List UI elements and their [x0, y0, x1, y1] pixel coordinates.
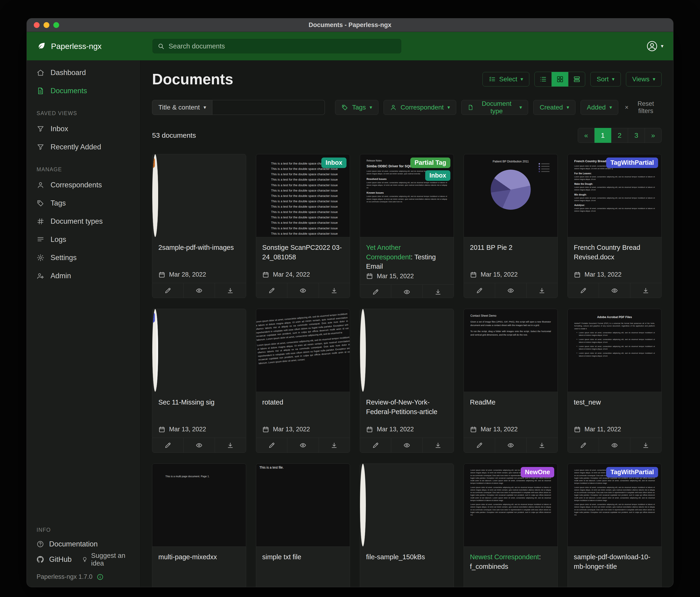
document-correspondent[interactable]: Newest Correspondent [470, 553, 539, 560]
edit-button[interactable] [256, 438, 287, 453]
edit-button[interactable] [464, 283, 495, 298]
search-box[interactable] [152, 39, 401, 53]
download-button[interactable] [215, 283, 246, 298]
document-thumbnail[interactable]: Contact Sheet DemoGiven a set of image f… [464, 309, 557, 392]
pagination-prev[interactable]: « [578, 128, 595, 143]
document-thumbnail[interactable]: Lorem ipsum dolor sit amet, consectetur … [152, 309, 158, 392]
tag-badge[interactable]: TagWithPartial [606, 158, 658, 168]
edit-button[interactable] [568, 438, 599, 453]
pagination-next[interactable]: » [645, 128, 661, 143]
preview-button[interactable] [599, 283, 630, 298]
sidebar-item-tags[interactable]: Tags [27, 194, 140, 212]
preview-button[interactable] [183, 438, 215, 453]
views-button[interactable]: Views ▾ [626, 72, 661, 87]
document-title[interactable]: sample-pdf-download-10-mb-longer-title [574, 552, 655, 571]
download-button[interactable] [526, 438, 557, 453]
document-title[interactable]: multi-page-mixedxx [158, 552, 240, 562]
document-thumbnail[interactable]: This is a test for the double space char… [256, 154, 350, 237]
sort-button[interactable]: Sort ▾ [590, 72, 621, 87]
download-button[interactable] [215, 438, 246, 453]
pagination-page-2[interactable]: 2 [611, 128, 628, 143]
document-title[interactable]: simple txt file [262, 552, 344, 562]
sidebar-item-documents[interactable]: Documents [27, 82, 140, 100]
download-button[interactable] [630, 283, 661, 298]
download-button[interactable] [319, 283, 350, 298]
view-details-button[interactable] [568, 72, 585, 87]
brand[interactable]: Paperless-ngx [36, 41, 146, 51]
document-title[interactable]: Sonstige ScanPC2022 03-24_081058 [262, 243, 344, 262]
sidebar-item-dashboard[interactable]: Dashboard [27, 64, 140, 82]
pagination-page-1[interactable]: 1 [595, 128, 611, 143]
document-thumbnail[interactable]: Patient BP Distribution 2011 [464, 154, 557, 237]
sidebar-item-inbox[interactable]: Inbox [27, 120, 140, 138]
edit-button[interactable] [152, 438, 183, 453]
minimize-button[interactable] [44, 22, 49, 28]
user-menu[interactable]: ▾ [646, 40, 664, 52]
sidebar-item-document-types[interactable]: Document types [27, 212, 140, 231]
tag-badge[interactable]: Inbox [321, 158, 347, 168]
download-button[interactable] [422, 285, 454, 298]
document-thumbnail[interactable]: Lorem ipsum dolor sit amet, consectetur … [464, 464, 557, 547]
select-button[interactable]: Select ▾ [482, 72, 529, 87]
preview-button[interactable] [183, 283, 215, 298]
document-title[interactable]: Review-of-New-York-Federal-Petitions-art… [366, 398, 448, 416]
document-title[interactable]: 2011 BP Pie 2 [470, 243, 551, 253]
preview-button[interactable] [391, 438, 422, 453]
download-button[interactable] [319, 438, 350, 453]
preview-button[interactable] [495, 438, 526, 453]
sidebar-item-github[interactable]: GitHub [36, 552, 72, 567]
document-title[interactable]: 2sample-pdf-with-images [158, 243, 240, 253]
edit-button[interactable] [464, 438, 495, 453]
suggest-idea-link[interactable]: Suggest an idea [82, 552, 133, 567]
preview-button[interactable] [495, 283, 526, 298]
document-thumbnail[interactable]: Lorem ipsum dolor sit amet, consectetur … [568, 464, 661, 547]
document-title[interactable]: French Country Bread Revised.docx [574, 243, 655, 262]
document-title[interactable]: Yet Another Correspondent: Testing Email [366, 243, 448, 271]
sidebar-item-settings[interactable]: Settings [27, 248, 140, 267]
document-thumbnail[interactable]: Lorem ipsumLorem ipsum dolor sit amet, c… [360, 464, 366, 547]
correspondent-filter-button[interactable]: Correspondent ▾ [383, 100, 456, 115]
added-filter-button[interactable]: Added ▾ [580, 100, 618, 115]
document-thumbnail[interactable]: This is a test file. [256, 464, 350, 547]
created-filter-button[interactable]: Created ▾ [533, 100, 575, 115]
document-thumbnail[interactable]: Release NotesSimba ODBC Driver for SQL S… [360, 154, 454, 237]
download-button[interactable] [630, 438, 661, 453]
edit-button[interactable] [568, 283, 599, 298]
document-title[interactable]: rotated [262, 398, 344, 407]
download-button[interactable] [422, 438, 454, 453]
view-grid-button[interactable] [551, 72, 568, 87]
close-button[interactable] [34, 22, 40, 28]
document-title[interactable]: file-sample_150kBs [366, 552, 448, 562]
document-thumbnail[interactable]: Lorem ipsum dolor sit amet, consectetur … [152, 154, 158, 237]
document-title[interactable]: test_new [574, 398, 655, 407]
tags-filter-button[interactable]: Tags ▾ [335, 100, 378, 115]
document-type-filter-button[interactable]: Document type ▾ [461, 100, 528, 115]
preview-button[interactable] [599, 438, 630, 453]
tag-badge[interactable]: Another Sample Tag [152, 158, 155, 168]
edit-button[interactable] [360, 438, 391, 453]
tag-badge[interactable]: TagWithPartial [606, 467, 658, 477]
document-thumbnail[interactable]: This is a multi page document. Page 1. [152, 464, 246, 547]
sidebar-item-admin[interactable]: Admin [27, 267, 140, 285]
edit-button[interactable] [152, 283, 183, 298]
tag-badge[interactable]: Inbox [425, 170, 450, 181]
sidebar-item-documentation[interactable]: Documentation [36, 536, 133, 552]
document-title[interactable]: Sec 11-Missing sig [158, 398, 240, 407]
search-input[interactable] [168, 42, 396, 50]
document-title[interactable]: ReadMe [470, 398, 551, 407]
tag-badge[interactable]: TagWithPartial [152, 312, 155, 323]
sidebar-item-recently-added[interactable]: Recently Added [27, 138, 140, 156]
edit-button[interactable] [256, 283, 287, 298]
preview-button[interactable] [287, 438, 318, 453]
document-thumbnail[interactable]: Adobe Acrobat PDF FilesAdobe® Portable D… [568, 309, 661, 392]
pagination-page-3[interactable]: 3 [628, 128, 645, 143]
sidebar-item-logs[interactable]: Logs [27, 231, 140, 248]
view-list-button[interactable] [535, 72, 551, 87]
document-thumbnail[interactable]: Review of New York Federal Petitions for… [360, 309, 366, 392]
document-title[interactable]: Newest Correspondent: f_combineds [470, 552, 551, 571]
title-content-dropdown[interactable]: Title & content ▾ [152, 100, 212, 115]
document-thumbnail[interactable]: French Country BreadLorem ipsum dolor si… [568, 154, 661, 237]
tag-badge[interactable]: NewOne [521, 467, 554, 477]
document-correspondent[interactable]: Yet Another Correspondent [366, 244, 411, 261]
reset-filters-button[interactable]: × Reset filters [623, 100, 661, 115]
